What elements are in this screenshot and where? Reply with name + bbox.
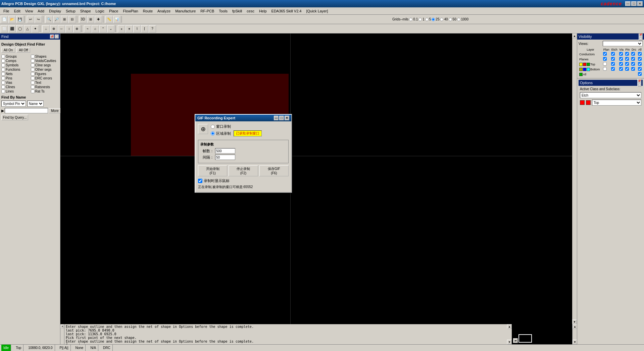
menu-view[interactable]: View — [23, 8, 35, 14]
name-select[interactable]: Name — [27, 101, 44, 107]
cb-comps[interactable]: Comps — [1, 59, 30, 63]
menu-place[interactable]: Place — [107, 8, 120, 14]
gif-minimize[interactable]: — — [274, 116, 279, 120]
cb-vias[interactable]: Vias — [1, 81, 30, 84]
bot-drc[interactable] — [631, 67, 635, 71]
gif-checkbox[interactable] — [198, 179, 202, 183]
menu-setup[interactable]: Setup — [64, 8, 78, 14]
minimap-scroll-track[interactable] — [573, 329, 577, 340]
gif-crosshair[interactable]: ⊕ — [198, 124, 208, 134]
find-input[interactable] — [5, 108, 48, 113]
menu-edit[interactable]: Edit — [12, 8, 22, 14]
gif-start-btn[interactable]: 开始录制(F1) — [198, 165, 227, 176]
tb-redo[interactable]: ↪ — [35, 16, 42, 23]
gif-checkbox-row[interactable]: 录制时显示鼠标 — [198, 178, 289, 183]
grid-radio-25[interactable]: 25 — [432, 17, 439, 21]
maximize-button[interactable]: □ — [631, 1, 637, 6]
grid-radio-5[interactable]: 5 — [425, 17, 431, 21]
tb-measure[interactable]: 📏 — [105, 16, 113, 23]
tb2-6[interactable]: ⟂ — [42, 25, 50, 33]
cb-cline-segs[interactable]: Cline segs — [31, 63, 59, 67]
gif-stop-btn[interactable]: 停止录制(F2) — [229, 165, 258, 176]
top-via[interactable] — [619, 62, 623, 66]
gif-yellow-button[interactable]: 已获取录制窗口 — [234, 130, 262, 136]
plane-drc[interactable] — [631, 57, 635, 61]
minimap-scroll-up[interactable]: ▲ — [573, 324, 577, 329]
cb-symbols[interactable]: Symbols — [1, 63, 30, 67]
cb-pins[interactable]: Pins — [1, 76, 30, 80]
tb2-16[interactable]: ⌆ — [126, 25, 133, 33]
tb2-help[interactable]: ? — [149, 25, 156, 33]
gif-interval-input[interactable]: 50 — [215, 155, 235, 160]
cb-other-segs[interactable]: Other segs — [31, 68, 59, 71]
menu-logic[interactable]: Logic — [94, 8, 106, 14]
tb-3d[interactable]: 3D — [79, 16, 87, 23]
subclass-select[interactable]: Top — [592, 100, 641, 106]
top-drc[interactable] — [631, 62, 635, 66]
scroll-track[interactable] — [572, 38, 577, 319]
tb2-12[interactable]: ⌂ — [92, 25, 99, 33]
menu-quicklayer[interactable]: [Quick Layer] — [304, 8, 330, 14]
tb-grid[interactable]: ⊞ — [87, 16, 94, 23]
cond-etch[interactable] — [611, 52, 615, 56]
grid-radio-50[interactable]: 50 — [449, 17, 456, 21]
tb2-13[interactable]: ⌃ — [99, 25, 107, 33]
cb-voids[interactable]: Voids/Cavities — [31, 59, 59, 63]
cb-clines[interactable]: Clines — [1, 85, 30, 89]
bot-all[interactable] — [638, 67, 642, 71]
all-on-button[interactable]: All On — [1, 48, 15, 53]
gif-maximize[interactable]: □ — [279, 116, 284, 120]
gif-frames-input[interactable]: 500 — [215, 148, 235, 154]
gif-radio-window[interactable]: 窗口录制 — [211, 124, 289, 129]
tb-save[interactable]: 💾 — [16, 16, 23, 23]
all-all[interactable] — [638, 72, 642, 76]
cb-shapes[interactable]: Shapes — [31, 55, 59, 58]
tb2-2[interactable]: ⬛ — [8, 25, 16, 33]
all-off-button[interactable]: All Off — [16, 48, 30, 53]
tb-new[interactable]: 📄 — [1, 16, 8, 23]
cb-drc-errors[interactable]: DRC errors — [31, 76, 59, 80]
scroll-up[interactable]: ▲ — [572, 34, 577, 38]
cond-pin[interactable] — [625, 52, 629, 56]
minimap-scroll-down[interactable]: ▼ — [573, 340, 577, 344]
cond-drc[interactable] — [631, 52, 635, 56]
tb2-3[interactable]: ◯ — [16, 25, 23, 33]
vis-panel-pin[interactable]: 📌 — [639, 34, 643, 37]
tb-snap[interactable]: ✚ — [95, 16, 102, 23]
bot-pin[interactable] — [625, 67, 629, 71]
bot-via[interactable] — [619, 67, 623, 71]
tb2-14[interactable]: ⌄ — [107, 25, 114, 33]
tb-report[interactable]: 📊 — [113, 16, 120, 23]
menu-shape[interactable]: Shape — [78, 8, 93, 14]
cond-all[interactable] — [638, 52, 642, 56]
tb-zoom-area[interactable]: ⊟ — [68, 16, 76, 23]
scroll-down[interactable]: ▼ — [572, 319, 577, 324]
cb-functions[interactable]: Functions — [1, 68, 30, 71]
plane-etch[interactable] — [611, 57, 615, 61]
cond-via[interactable] — [619, 52, 623, 56]
cb-ratsnests[interactable]: Ratsnests — [31, 85, 59, 89]
menu-flowplan[interactable]: FlowPlan — [121, 8, 140, 14]
console-scroll-down[interactable]: ▼ — [507, 340, 512, 344]
menu-file[interactable]: File — [1, 8, 11, 14]
gif-radio-area[interactable]: 区域录制 已获取录制窗口 — [211, 130, 289, 136]
tb2-18[interactable]: ⌈ — [141, 25, 148, 33]
menu-cesc[interactable]: cesc — [245, 8, 256, 14]
console-scroll-up[interactable]: ▲ — [507, 324, 512, 329]
class-select[interactable]: Etch — [580, 92, 641, 98]
bot-plan[interactable] — [603, 67, 607, 71]
close-button[interactable]: ✕ — [637, 1, 643, 6]
top-all[interactable] — [638, 62, 642, 66]
tb2-17[interactable]: ⌇ — [133, 25, 141, 33]
menu-tools[interactable]: Tools — [217, 8, 230, 14]
tb-zoom-out[interactable]: 🔎 — [53, 16, 60, 23]
grid-radio-01[interactable]: 0.1 — [409, 17, 418, 21]
console-close[interactable]: ✕ — [61, 325, 64, 328]
tb2-1[interactable]: ⬜ — [1, 25, 8, 33]
menu-analyze[interactable]: Analyze — [155, 8, 172, 14]
cb-figures[interactable]: Figures — [31, 72, 59, 76]
find-panel-close[interactable]: ✕ — [55, 35, 59, 39]
grid-radio-1[interactable]: 1 — [418, 17, 425, 21]
tb2-8[interactable]: ↔ — [58, 25, 65, 33]
tb2-4[interactable]: △ — [24, 25, 31, 33]
